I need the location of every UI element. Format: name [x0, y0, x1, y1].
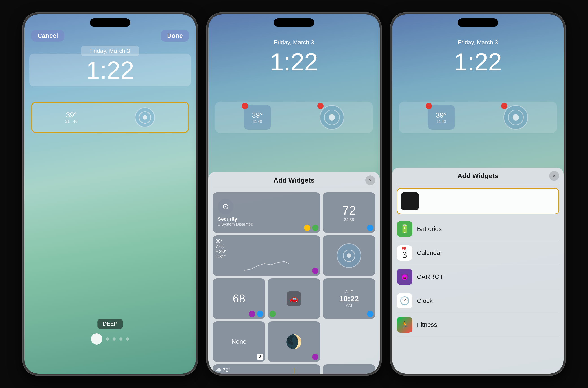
minus-target[interactable]: − [317, 103, 324, 109]
silent-button-2[interactable] [207, 104, 208, 124]
phone-3: Friday, March 3 1:22 − 39° 31 40 − [390, 13, 565, 375]
volume-down-button-2[interactable] [207, 77, 208, 97]
volume-up-button[interactable] [23, 55, 24, 68]
panel-close-button-3[interactable]: × [549, 171, 559, 181]
badge-purple-2 [249, 311, 255, 317]
target-core-2 [347, 253, 351, 258]
tesla-icon: 🚗 [287, 291, 301, 306]
dynamic-island-3 [458, 18, 498, 27]
cal-badge: 3 [257, 354, 263, 360]
list-item-carrot[interactable]: 😈 CARROT [397, 265, 559, 289]
wgt-target-core-3 [513, 114, 519, 121]
target-cell[interactable] [323, 235, 375, 276]
minus-weather-3[interactable]: − [426, 103, 432, 109]
fitness-icon: 🏃 [397, 317, 412, 333]
wgt-target-container-3: − [504, 105, 528, 130]
list-item-batteries[interactable]: 🔋 Batteries [397, 217, 559, 241]
phone-3-screen: Friday, March 3 1:22 − 39° 31 40 − [392, 14, 563, 374]
target-inner [139, 111, 151, 124]
clock-icon: 🕐 [397, 293, 412, 309]
wgt-temp-range-3: 31 40 [436, 120, 446, 124]
silent-button-3[interactable] [390, 104, 391, 124]
lock-date-3: Friday, March 3 [458, 39, 498, 46]
wgt-target [320, 105, 344, 130]
phone-2-screen: Friday, March 3 1:22 − 39° 31 40 − [208, 14, 380, 374]
lock-date-2: Friday, March 3 [274, 39, 314, 46]
power-button-2[interactable] [380, 73, 381, 102]
panel-title-3: Add Widgets [457, 172, 498, 180]
security-widget-cell[interactable]: ⊙ Security ⌂ System Disarmed [213, 193, 320, 233]
tesla-cell[interactable]: 🚗 [268, 278, 320, 319]
deep-label: DEEP [97, 319, 123, 329]
temp-high: 40 [73, 119, 78, 124]
badge-purple-3 [312, 354, 319, 360]
list-item-calendar[interactable]: FRI 3 Calendar [397, 241, 559, 265]
security-widget: ⊙ Security ⌂ System Disarmed [215, 196, 318, 229]
list-item-clock[interactable]: 🕐 Clock [397, 289, 559, 313]
wgt-weather: 39° 31 40 [244, 105, 271, 130]
empty-cell [323, 364, 375, 374]
power-button[interactable] [197, 73, 198, 102]
weather-chart-svg [215, 259, 318, 273]
calendar-label: Calendar [417, 249, 442, 257]
volume-down-button-3[interactable] [390, 77, 391, 97]
wgt-target-3 [504, 105, 528, 130]
widget-list-panel: Add Widgets × 🔋 Batteries FRI 3 Calendar [392, 168, 563, 374]
cancel-button[interactable]: Cancel [31, 30, 64, 42]
target-widget [135, 107, 155, 127]
panel-close-button-2[interactable]: × [365, 175, 375, 185]
wgt-target-inner-3 [508, 110, 524, 125]
weather-68-cell[interactable]: 68 [213, 278, 265, 319]
cup-cell[interactable]: CUP 10:22 AM [323, 278, 375, 319]
widget-row-selected[interactable]: 39° 31 40 [31, 102, 189, 133]
minus-target-3[interactable]: − [501, 103, 508, 109]
panel-header-3: Add Widgets × [397, 172, 559, 183]
add-widgets-panel: Add Widgets × ⊙ Security ⌂ System Disarm… [208, 172, 380, 374]
moon-cell[interactable]: 🌒 [268, 321, 320, 362]
badge-blue-1 [367, 225, 374, 231]
minus-weather[interactable]: − [242, 103, 248, 109]
dot-4 [126, 337, 129, 340]
panel-header: Add Widgets × [213, 176, 375, 188]
power-button-3[interactable] [564, 73, 565, 102]
wgt-temp-range: 31 40 [252, 120, 262, 124]
weather-widget-small: 39° 31 40 [65, 111, 78, 124]
done-button[interactable]: Done [161, 30, 189, 42]
wgt-temp-3: 39° [436, 111, 447, 120]
wgt-weather-container-3: − 39° 31 40 [428, 105, 455, 130]
lk-widget-row-3: − 39° 31 40 − [399, 102, 557, 133]
phone-1-screen: Cancel Done Friday, March 3 1:22 39° 31 … [25, 14, 196, 374]
phone-1: Cancel Done Friday, March 3 1:22 39° 31 … [23, 13, 198, 375]
target-widget-2 [337, 243, 361, 268]
volume-up-button-2[interactable] [207, 55, 208, 68]
volume-up-button-3[interactable] [390, 55, 391, 68]
temp-l31: L:31° [215, 254, 227, 259]
wgt-weather-3: 39° 31 40 [428, 105, 455, 130]
batteries-label: Batteries [417, 225, 442, 233]
carrot-icon: 😈 [397, 269, 412, 285]
target-core [143, 115, 147, 120]
none-cell[interactable]: None 3 [213, 321, 265, 362]
dot-2 [113, 337, 116, 340]
volume-down-button[interactable] [23, 77, 24, 97]
dot-active [91, 333, 102, 344]
badge-yellow-1 [304, 225, 310, 231]
cup-widget: CUP 10:22 AM [339, 290, 359, 308]
lock-time-1: 1:22 [29, 53, 191, 86]
arrow-down-container: ↓ [290, 363, 298, 374]
badge-purple-1 [312, 268, 319, 274]
partly-cloudy-label: ☁️ 72° [215, 367, 230, 373]
temp-h40: H:40° [215, 249, 227, 254]
wgt-target-core [329, 114, 335, 121]
silent-button[interactable] [23, 104, 24, 124]
wgt-target-inner [324, 110, 340, 125]
list-item-fitness[interactable]: 🏃 Fitness [397, 313, 559, 337]
weather-chart-cell[interactable]: 38° 77% H:40° L:31° [213, 235, 320, 276]
weather-72: 72 [342, 203, 356, 218]
selected-widget-row[interactable] [397, 188, 559, 214]
temp-38-label: 38° 77% H:40° L:31° [215, 239, 227, 259]
weather-72-cell[interactable]: 72 64 88 [323, 193, 375, 233]
partly-cloudy-cell[interactable]: ☁️ 72° Partly Cloudy H:88° L:64° [213, 364, 320, 374]
widgets-grid: ⊙ Security ⌂ System Disarmed 72 64 88 [213, 193, 375, 374]
badge-green-1 [312, 225, 319, 231]
